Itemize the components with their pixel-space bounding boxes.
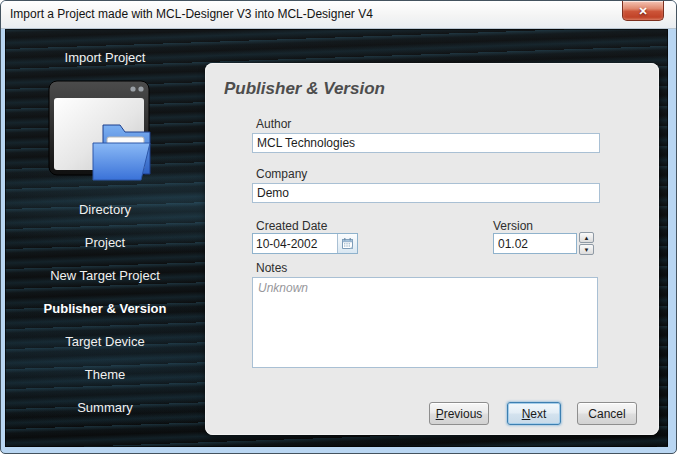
version-field[interactable] xyxy=(493,233,577,254)
dialog-window: Import a Project made with MCL-Designer … xyxy=(0,0,677,454)
cancel-button[interactable]: Cancel xyxy=(577,402,637,425)
arrow-up-icon: ▲ xyxy=(584,235,590,241)
notes-label: Notes xyxy=(256,261,287,275)
notes-field[interactable] xyxy=(252,277,598,368)
previous-button[interactable]: Previous xyxy=(429,402,489,425)
sidebar-item-directory[interactable]: Directory xyxy=(5,193,205,226)
created-date-input[interactable] xyxy=(253,234,337,253)
version-spinner: ▲ ▼ xyxy=(579,232,594,255)
page-title: Publisher & Version xyxy=(224,79,385,99)
close-button[interactable]: ✕ xyxy=(622,1,664,21)
import-project-icon xyxy=(46,79,164,185)
sidebar-title: Import Project xyxy=(5,50,205,65)
sidebar-item-theme[interactable]: Theme xyxy=(5,358,205,391)
window-title: Import a Project made with MCL-Designer … xyxy=(10,7,373,21)
company-field[interactable] xyxy=(252,183,600,203)
created-date-label: Created Date xyxy=(256,219,327,233)
spinner-up-button[interactable]: ▲ xyxy=(579,232,594,243)
arrow-down-icon: ▼ xyxy=(584,247,590,253)
version-label: Version xyxy=(493,219,533,233)
company-label: Company xyxy=(256,167,307,181)
content-panel: Publisher & Version Author Company Creat… xyxy=(205,63,659,435)
created-date-field[interactable] xyxy=(252,233,358,254)
title-bar: Import a Project made with MCL-Designer … xyxy=(1,1,676,29)
sidebar-item-new-target-project[interactable]: New Target Project xyxy=(5,259,205,292)
author-label: Author xyxy=(256,117,291,131)
spinner-down-button[interactable]: ▼ xyxy=(579,244,594,255)
sidebar-item-target-device[interactable]: Target Device xyxy=(5,325,205,358)
wizard-steps: Directory Project New Target Project Pub… xyxy=(5,193,205,424)
sidebar-item-project[interactable]: Project xyxy=(5,226,205,259)
next-button[interactable]: Next xyxy=(507,402,561,425)
date-picker-button[interactable] xyxy=(337,234,357,253)
sidebar: Import Project xyxy=(5,29,205,447)
calendar-icon xyxy=(341,237,354,250)
close-icon: ✕ xyxy=(638,5,647,17)
author-field[interactable] xyxy=(252,133,600,153)
sidebar-item-publisher-version[interactable]: Publisher & Version xyxy=(5,292,205,325)
sidebar-item-summary[interactable]: Summary xyxy=(5,391,205,424)
wizard-body: Import Project xyxy=(5,29,668,447)
